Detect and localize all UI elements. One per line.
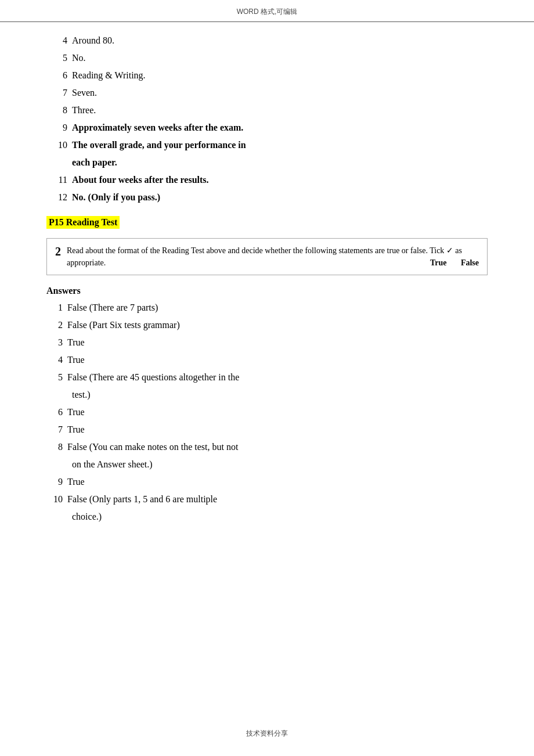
list-item: 9Approximately seven weeks after the exa… (46, 121, 488, 135)
answer-item: 4True (46, 353, 488, 367)
answer-item: 8False (You can make notes on the test, … (46, 440, 488, 454)
item-continuation: each paper. (46, 156, 488, 170)
answer-item: 7True (46, 423, 488, 437)
main-content: 4Around 80.5No.6Reading & Writing.7Seven… (0, 34, 534, 524)
answer-number: 8 (46, 440, 63, 454)
item-number: 5 (46, 51, 67, 65)
page-header: WORD 格式,可编辑 (0, 0, 534, 22)
section2-heading: P15 Reading Test (46, 216, 120, 229)
item-text: Around 80. (72, 34, 488, 48)
item-number: 12 (46, 190, 67, 204)
item-number: 8 (46, 103, 67, 117)
answer-item: 9True (46, 475, 488, 489)
item-text: No. (Only if you pass.) (72, 190, 488, 204)
answer-item: 3True (46, 336, 488, 350)
answer-text: False (Only parts 1, 5 and 6 are multipl… (67, 492, 488, 506)
answers-list: 1False (There are 7 parts)2False (Part S… (46, 301, 488, 524)
answer-item: 1False (There are 7 parts) (46, 301, 488, 315)
page-footer: 技术资料分享 (0, 729, 534, 739)
item-number: 10 (46, 138, 67, 152)
answer-number: 1 (46, 301, 63, 315)
answer-continuation: choice.) (46, 510, 488, 524)
header-text: WORD 格式,可编辑 (237, 8, 298, 16)
answers-heading: Answers (46, 286, 488, 296)
item-text: About four weeks after the results. (72, 173, 488, 187)
list-item: 5No. (46, 51, 488, 65)
answer-text: True (67, 336, 488, 350)
exercise-block: 2 Read about the format of the Reading T… (46, 238, 488, 275)
item-text: Three. (72, 103, 488, 117)
list-item: 11About four weeks after the results. (46, 173, 488, 187)
answer-text: False (There are 7 parts) (67, 301, 488, 315)
answer-number: 10 (46, 492, 63, 506)
answer-number: 9 (46, 475, 63, 489)
false-label: False (461, 258, 479, 267)
item-number: 11 (46, 173, 67, 187)
answer-item: 6True (46, 405, 488, 419)
answer-number: 3 (46, 336, 63, 350)
item-number: 6 (46, 69, 67, 82)
answer-text: True (67, 405, 488, 419)
list-item: 7Seven. (46, 86, 488, 100)
answer-item: 2False (Part Six tests grammar) (46, 318, 488, 332)
answer-text: False (Part Six tests grammar) (67, 318, 488, 332)
answer-number: 7 (46, 423, 63, 437)
exercise-text: Read about the format of the Reading Tes… (67, 244, 479, 269)
item-text: Seven. (72, 86, 488, 100)
answer-number: 2 (46, 318, 63, 332)
answer-continuation: test.) (46, 388, 488, 402)
answer-text: True (67, 423, 488, 437)
answer-number: 6 (46, 405, 63, 419)
list-item: 6Reading & Writing. (46, 69, 488, 82)
answer-number: 4 (46, 353, 63, 367)
list-item: 4Around 80. (46, 34, 488, 48)
answer-text: True (67, 353, 488, 367)
answer-text: False (There are 45 questions altogether… (67, 370, 488, 384)
answer-text: False (You can make notes on the test, b… (67, 440, 488, 454)
answer-number: 5 (46, 370, 63, 384)
answer-text: True (67, 475, 488, 489)
answer-item: 10False (Only parts 1, 5 and 6 are multi… (46, 492, 488, 506)
list-item: 8Three. (46, 103, 488, 117)
exercise-num: 2 (55, 244, 61, 258)
item-text: The overall grade, and your performance … (72, 138, 488, 152)
list-item: 10The overall grade, and your performanc… (46, 138, 488, 152)
item-text: Approximately seven weeks after the exam… (72, 121, 488, 135)
item-number: 9 (46, 121, 67, 135)
true-false-labels: True False (430, 257, 479, 269)
item-text: No. (72, 51, 488, 65)
list-item: 12No. (Only if you pass.) (46, 190, 488, 204)
item-text: Reading & Writing. (72, 69, 488, 82)
item-number: 7 (46, 86, 67, 100)
exercise-instruction: Read about the format of the Reading Tes… (67, 246, 462, 267)
answer-item: 5False (There are 45 questions altogethe… (46, 370, 488, 384)
true-label: True (430, 258, 447, 267)
item-number: 4 (46, 34, 67, 48)
answer-continuation: on the Answer sheet.) (46, 458, 488, 471)
footer-text: 技术资料分享 (246, 729, 288, 737)
section1-list: 4Around 80.5No.6Reading & Writing.7Seven… (46, 34, 488, 204)
